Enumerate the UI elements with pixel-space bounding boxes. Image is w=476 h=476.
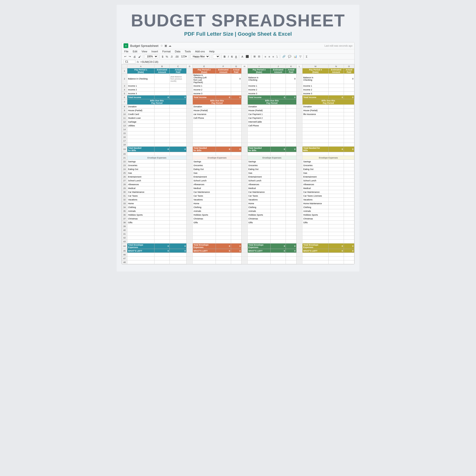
table-cell[interactable] [271, 143, 286, 147]
table-cell[interactable] [192, 232, 216, 236]
table-cell[interactable] [170, 171, 187, 175]
table-cell[interactable]: Animals [127, 209, 154, 213]
table-cell[interactable] [154, 213, 170, 217]
table-cell[interactable] [303, 116, 328, 120]
table-cell[interactable] [328, 221, 344, 224]
table-cell[interactable] [154, 183, 170, 186]
table-cell[interactable] [344, 183, 354, 186]
table-cell[interactable] [286, 105, 296, 108]
table-cell[interactable]: Income 2 [303, 88, 328, 92]
table-cell[interactable] [170, 160, 187, 164]
table-cell[interactable] [328, 209, 344, 213]
col-e[interactable]: E [192, 65, 216, 68]
table-cell[interactable] [127, 135, 154, 139]
table-cell[interactable] [286, 152, 296, 156]
table-cell[interactable] [154, 108, 170, 112]
table-cell[interactable]: 0 [286, 74, 296, 84]
table-cell[interactable] [328, 164, 344, 167]
table-cell[interactable]: Allowances [248, 183, 271, 186]
table-cell[interactable] [344, 135, 354, 139]
menu-addons[interactable]: Add-ons [194, 50, 206, 53]
table-cell[interactable] [170, 224, 187, 228]
table-cell[interactable] [127, 260, 154, 264]
table-cell[interactable] [154, 236, 170, 240]
table-cell[interactable]: Garbage [127, 120, 154, 124]
table-cell[interactable]: Groceries [303, 164, 328, 167]
table-cell[interactable] [344, 194, 354, 198]
table-cell[interactable] [344, 152, 354, 156]
table-cell[interactable]: Internet/Cable [248, 120, 271, 124]
table-cell[interactable]: Clothing [303, 205, 328, 209]
table-cell[interactable] [248, 131, 271, 135]
table-cell[interactable]: Clothing [192, 205, 216, 209]
table-cell[interactable] [328, 183, 344, 186]
table-cell[interactable] [127, 224, 154, 228]
table-cell[interactable] [216, 131, 231, 135]
table-cell[interactable]: Savings [127, 160, 154, 164]
table-cell[interactable] [303, 120, 328, 124]
table-cell[interactable]: Groceries [127, 164, 154, 167]
table-cell[interactable] [344, 186, 354, 190]
italic-button[interactable]: I [227, 55, 229, 58]
menu-tools[interactable]: Tools [184, 50, 192, 53]
table-cell[interactable] [344, 84, 354, 88]
table-cell[interactable] [192, 124, 216, 128]
redo-button[interactable]: ↪ [128, 55, 132, 58]
table-cell[interactable] [231, 213, 241, 217]
table-cell[interactable]: Home [127, 202, 154, 205]
table-cell[interactable] [303, 135, 328, 139]
table-cell[interactable] [231, 160, 241, 164]
table-cell[interactable] [170, 205, 187, 209]
table-cell[interactable] [248, 224, 271, 228]
table-cell[interactable] [344, 228, 354, 232]
table-cell[interactable] [231, 202, 241, 205]
table-cell[interactable] [192, 253, 216, 256]
table-cell[interactable] [344, 224, 354, 228]
print-button[interactable]: 🖨 [133, 55, 136, 58]
table-cell[interactable] [328, 143, 344, 147]
table-cell[interactable] [154, 217, 170, 221]
table-cell[interactable]: Allowances [127, 183, 154, 186]
table-cell[interactable] [344, 221, 354, 224]
col-o[interactable]: O [344, 65, 354, 68]
table-cell[interactable] [216, 228, 231, 232]
table-cell[interactable] [271, 175, 286, 179]
table-cell[interactable] [192, 143, 216, 147]
decimal-increase-button[interactable]: .00 [174, 55, 179, 58]
currency-button[interactable]: $ [161, 55, 164, 58]
table-cell[interactable] [170, 260, 187, 264]
table-cell[interactable] [344, 256, 354, 260]
cloud-icon[interactable]: ☁ [169, 44, 171, 47]
menu-edit[interactable]: Edit [132, 50, 138, 53]
table-cell[interactable] [328, 179, 344, 183]
table-cell[interactable] [127, 131, 154, 135]
table-cell[interactable] [303, 256, 328, 260]
table-cell[interactable] [127, 228, 154, 232]
table-cell[interactable] [344, 253, 354, 256]
table-cell[interactable] [328, 205, 344, 209]
table-cell[interactable] [344, 198, 354, 202]
table-cell[interactable] [127, 253, 154, 256]
table-cell[interactable]: Hobbies Sports [303, 213, 328, 217]
table-cell[interactable] [344, 171, 354, 175]
table-cell[interactable] [286, 84, 296, 88]
table-cell[interactable] [231, 131, 241, 135]
table-cell[interactable] [286, 224, 296, 228]
table-cell[interactable] [286, 217, 296, 221]
table-cell[interactable] [231, 179, 241, 183]
table-cell[interactable] [127, 236, 154, 240]
table-cell[interactable] [328, 198, 344, 202]
table-cell[interactable]: Income 3 [192, 92, 216, 95]
table-cell[interactable] [154, 74, 170, 84]
table-cell[interactable] [170, 198, 187, 202]
table-cell[interactable] [344, 160, 354, 164]
table-cell[interactable] [271, 84, 286, 88]
table-cell[interactable] [216, 179, 231, 183]
table-cell[interactable] [216, 213, 231, 217]
zoom-select[interactable]: 100% [145, 54, 158, 59]
table-cell[interactable] [154, 175, 170, 179]
table-cell[interactable] [286, 232, 296, 236]
col-i[interactable]: I [248, 65, 271, 68]
table-cell[interactable]: Income 1 [248, 84, 271, 88]
align-left-button[interactable]: ≡ [264, 55, 267, 58]
